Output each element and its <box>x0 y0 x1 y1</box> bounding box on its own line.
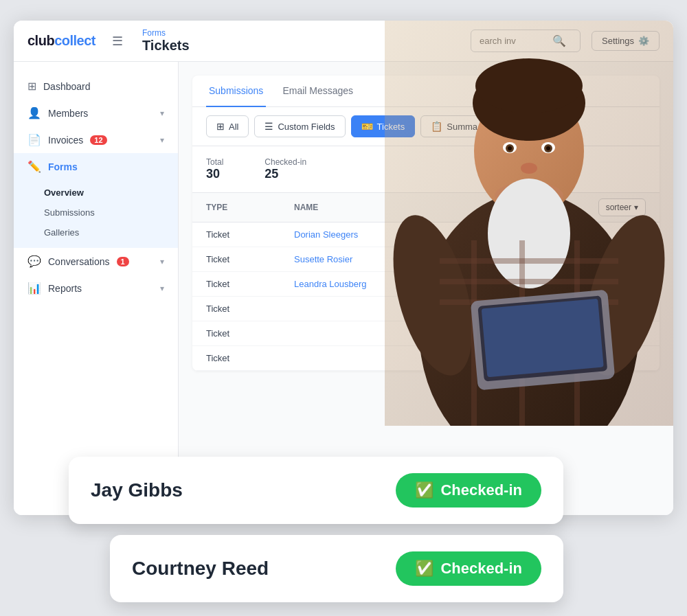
row-type: Ticket <box>206 353 289 363</box>
gear-icon: ⚙️ <box>638 36 649 46</box>
sidebar-item-label: Invoices <box>48 135 83 146</box>
chevron-down-icon: ▾ <box>634 203 638 212</box>
sort-button[interactable]: sorteer ▾ <box>598 198 646 216</box>
members-icon: 👤 <box>27 106 41 119</box>
grid-icon: ⊞ <box>216 121 225 132</box>
table-row: Ticket Dorian Sleegers <box>192 223 660 247</box>
sidebar-item-members[interactable]: 👤 Members ▾ <box>14 100 178 126</box>
sidebar-item-label: Reports <box>48 283 82 294</box>
main-layout: ⊞ Dashboard 👤 Members ▾ 📄 Invoices 12 ▾ … <box>14 62 673 515</box>
stat-checkedin-label: Checked-in <box>264 157 306 167</box>
settings-button[interactable]: Settings ⚙️ <box>592 31 660 51</box>
check-icon: ✅ <box>415 560 433 578</box>
conversations-icon: 💬 <box>27 255 41 268</box>
stat-checkedin: Checked-in 25 <box>264 157 306 181</box>
chevron-down-icon: ▾ <box>160 284 164 293</box>
stat-total-label: Total <box>206 157 223 167</box>
content-inner: Submissions Email Messages ⊞ All ☰ Custo… <box>192 76 660 371</box>
table-row: Ticket <box>192 321 660 346</box>
summary-icon: 📋 <box>431 121 442 132</box>
ticket-icon: 🎫 <box>361 121 373 132</box>
chevron-down-icon: ▾ <box>160 109 164 118</box>
filter-tab-custom-fields[interactable]: ☰ Custom Fields <box>254 115 345 137</box>
submenu-item-overview[interactable]: Overview <box>14 183 178 203</box>
sidebar-item-label: Conversations <box>48 256 110 267</box>
row-type: Ticket <box>206 254 289 264</box>
hamburger-icon[interactable]: ☰ <box>112 34 123 49</box>
checkin-name-1: Jay Gibbs <box>91 479 183 501</box>
page-wrapper: clubcollect ☰ Forms Tickets 🔍 Settings ⚙… <box>0 0 687 616</box>
dashboard-icon: ⊞ <box>27 80 36 93</box>
sidebar-item-label: Dashboard <box>43 81 91 92</box>
breadcrumb-title: Tickets <box>142 38 190 54</box>
checkin-card-1: Jay Gibbs ✅ Checked-in <box>69 457 563 524</box>
col-name-header: NAME <box>294 203 593 212</box>
checkin-name-2: Courtney Reed <box>132 558 269 580</box>
app-container: clubcollect ☰ Forms Tickets 🔍 Settings ⚙… <box>14 21 673 515</box>
filter-tab-custom-fields-label: Custom Fields <box>278 122 335 132</box>
checkin-badge-1: ✅ Checked-in <box>396 473 541 507</box>
submenu-item-submissions[interactable]: Submissions <box>14 203 178 223</box>
sidebar-item-label: Forms <box>48 161 78 172</box>
sidebar-item-forms[interactable]: ✏️ Forms <box>14 153 178 180</box>
stat-total-value: 30 <box>206 167 223 181</box>
filter-bar: ⊞ All ☰ Custom Fields 🎫 Tickets 📋 <box>192 107 660 146</box>
stat-checkedin-value: 25 <box>264 167 306 181</box>
row-name-link[interactable]: Susette Rosier <box>294 254 646 264</box>
filter-tab-tickets[interactable]: 🎫 Tickets <box>351 115 416 137</box>
filter-tab-tickets-label: Tickets <box>377 122 405 132</box>
list-icon: ☰ <box>264 121 273 132</box>
checkin-status-1: Checked-in <box>440 481 522 499</box>
forms-submenu: Overview Submissions Galleries <box>14 180 178 248</box>
settings-label: Settings <box>602 36 634 46</box>
row-name-link[interactable]: Leandra Lousberg <box>294 279 646 289</box>
tab-email-messages[interactable]: Email Messages <box>280 76 356 107</box>
table-row: Ticket <box>192 346 660 371</box>
sidebar-item-label: Members <box>48 108 88 119</box>
sidebar-item-invoices[interactable]: 📄 Invoices 12 ▾ <box>14 126 178 153</box>
search-input[interactable] <box>480 36 548 46</box>
stats-row: Total 30 Checked-in 25 <box>192 146 660 193</box>
reports-icon: 📊 <box>27 282 41 295</box>
invoices-icon: 📄 <box>27 133 41 146</box>
breadcrumb-parent: Forms <box>142 28 190 38</box>
table-row: Ticket Leandra Lousberg <box>192 272 660 297</box>
filter-tab-all-label: All <box>229 122 238 132</box>
checkin-badge-2: ✅ Checked-in <box>396 551 541 586</box>
sort-label: sorteer <box>606 203 631 212</box>
row-type: Ticket <box>206 229 289 240</box>
forms-icon: ✏️ <box>27 160 41 173</box>
table-row: Ticket Susette Rosier <box>192 247 660 272</box>
row-type: Ticket <box>206 279 289 289</box>
search-box[interactable]: 🔍 <box>471 30 581 52</box>
table-header: TYPE NAME sorteer ▾ <box>192 193 660 223</box>
header: clubcollect ☰ Forms Tickets 🔍 Settings ⚙… <box>14 21 673 62</box>
logo: clubcollect <box>27 33 95 49</box>
row-type: Ticket <box>206 304 289 314</box>
tab-submissions[interactable]: Submissions <box>206 76 266 107</box>
submenu-item-galleries[interactable]: Galleries <box>14 223 178 242</box>
header-breadcrumb: Forms Tickets <box>142 28 190 54</box>
stat-total: Total 30 <box>206 157 223 181</box>
chevron-down-icon: ▾ <box>160 135 164 145</box>
row-name-link[interactable]: Dorian Sleegers <box>294 229 646 240</box>
chevron-down-icon: ▾ <box>160 257 164 266</box>
sidebar: ⊞ Dashboard 👤 Members ▾ 📄 Invoices 12 ▾ … <box>14 62 179 515</box>
search-icon: 🔍 <box>552 34 566 47</box>
checkin-status-2: Checked-in <box>440 560 522 578</box>
conversations-badge: 1 <box>117 257 129 266</box>
checkin-card-2: Courtney Reed ✅ Checked-in <box>110 535 563 602</box>
filter-tab-summary-label: Summa... <box>447 122 485 132</box>
row-type: Ticket <box>206 328 289 339</box>
invoices-badge: 12 <box>90 135 106 145</box>
filter-tab-summary[interactable]: 📋 Summa... <box>420 115 495 137</box>
table-row: Ticket <box>192 297 660 321</box>
checkin-cards-area: Jay Gibbs ✅ Checked-in Courtney Reed ✅ C… <box>69 457 563 602</box>
content-area: Submissions Email Messages ⊞ All ☰ Custo… <box>179 62 673 515</box>
sidebar-item-conversations[interactable]: 💬 Conversations 1 ▾ <box>14 248 178 275</box>
filter-tab-all[interactable]: ⊞ All <box>206 115 249 137</box>
check-icon: ✅ <box>415 481 433 499</box>
sidebar-item-dashboard[interactable]: ⊞ Dashboard <box>14 73 178 100</box>
sidebar-item-reports[interactable]: 📊 Reports ▾ <box>14 275 178 301</box>
main-tabs: Submissions Email Messages <box>192 76 660 107</box>
